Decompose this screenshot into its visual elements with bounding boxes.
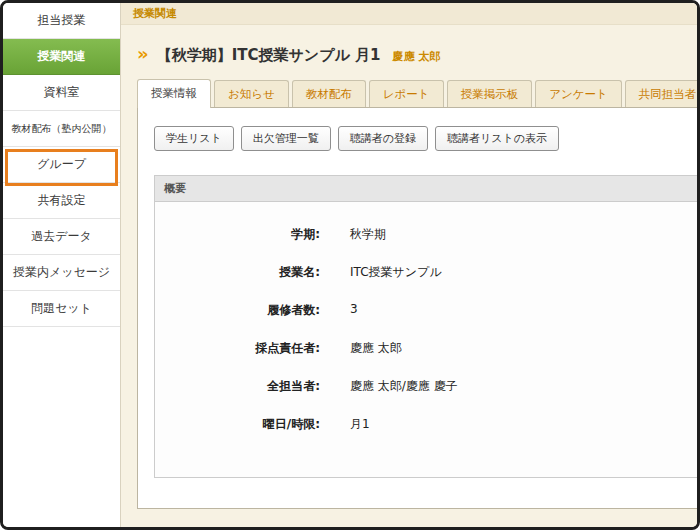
- field-label: 曜日/時限:: [155, 416, 320, 433]
- tab-report[interactable]: レポート: [369, 80, 444, 107]
- field-label: 履修者数:: [155, 302, 320, 319]
- sidebar-item-past-data[interactable]: 過去データ: [3, 219, 120, 255]
- sidebar-item-class-related[interactable]: 授業関連: [3, 39, 120, 75]
- field-value: 秋学期: [350, 226, 386, 243]
- overview-section: 概要 学期: 秋学期 授業名: ITC授業サンプル 履修者数: 3: [154, 175, 700, 478]
- field-row-grading-supervisor: 採点責任者: 慶應 太郎: [155, 340, 700, 357]
- overview-section-header: 概要: [155, 176, 700, 202]
- auditor-list-button[interactable]: 聴講者リストの表示: [435, 126, 559, 151]
- field-label: 採点責任者:: [155, 340, 320, 357]
- field-value: 慶應 太郎: [350, 340, 402, 357]
- field-row-all-instructors: 全担当者: 慶應 太郎/慶應 慶子: [155, 378, 700, 395]
- sidebar-item-question-set[interactable]: 問題セット: [3, 291, 120, 327]
- sidebar: 担当授業 授業関連 資料室 教材配布（塾内公開） グループ 共有設定 過去データ…: [3, 3, 121, 527]
- field-row-class-name: 授業名: ITC授業サンプル: [155, 264, 700, 281]
- breadcrumb: 授業関連: [121, 3, 700, 25]
- tab-material-distribution[interactable]: 教材配布: [292, 80, 366, 107]
- app-window: 担当授業 授業関連 資料室 教材配布（塾内公開） グループ 共有設定 過去データ…: [0, 0, 700, 530]
- field-row-day-period: 曜日/時限: 月1: [155, 416, 700, 433]
- field-value: ITC授業サンプル: [350, 264, 442, 281]
- sidebar-item-class-messages[interactable]: 授業内メッセージ: [3, 255, 120, 291]
- auditor-register-button[interactable]: 聴講者の登録: [338, 126, 428, 151]
- sidebar-item-materials-room[interactable]: 資料室: [3, 75, 120, 111]
- field-value: 慶應 太郎/慶應 慶子: [350, 378, 458, 395]
- tab-survey[interactable]: アンケート: [535, 80, 622, 107]
- overview-section-body: 学期: 秋学期 授業名: ITC授業サンプル 履修者数: 3 採点責任者: 慶應…: [155, 202, 700, 477]
- sidebar-item-assigned-classes[interactable]: 担当授業: [3, 3, 120, 39]
- sidebar-item-group[interactable]: グループ: [3, 147, 120, 183]
- attendance-list-button[interactable]: 出欠管理一覧: [241, 126, 331, 151]
- sidebar-item-material-distribution[interactable]: 教材配布（塾内公開）: [3, 111, 120, 147]
- field-row-semester: 学期: 秋学期: [155, 226, 700, 243]
- field-label: 授業名:: [155, 264, 320, 281]
- main-area: 授業関連 » 【秋学期】ITC授業サンプル 月1 慶應 太郎 授業情報 お知らせ…: [121, 3, 700, 527]
- tab-news[interactable]: お知らせ: [214, 80, 289, 107]
- page-title: 【秋学期】ITC授業サンプル 月1: [157, 46, 381, 65]
- content-panel: 学生リスト 出欠管理一覧 聴講者の登録 聴講者リストの表示 概要 学期: 秋学期…: [137, 107, 700, 509]
- tab-class-info[interactable]: 授業情報: [137, 79, 211, 108]
- sidebar-item-share-settings[interactable]: 共有設定: [3, 183, 120, 219]
- field-label: 全担当者:: [155, 378, 320, 395]
- field-row-enrolled-count: 履修者数: 3: [155, 302, 700, 319]
- field-value: 3: [350, 302, 358, 319]
- tab-co-instructors[interactable]: 共同担当者 / 授業補助者: [625, 80, 700, 107]
- tab-class-board[interactable]: 授業掲示板: [447, 80, 533, 107]
- title-row: » 【秋学期】ITC授業サンプル 月1 慶應 太郎: [121, 25, 700, 79]
- tab-bar: 授業情報 お知らせ 教材配布 レポート 授業掲示板 アンケート 共同担当者 / …: [121, 79, 700, 107]
- student-list-button[interactable]: 学生リスト: [154, 126, 234, 151]
- action-button-row: 学生リスト 出欠管理一覧 聴講者の登録 聴講者リストの表示: [154, 126, 700, 151]
- instructor-name: 慶應 太郎: [393, 49, 441, 64]
- chevron-right-icon: »: [137, 45, 149, 63]
- field-value: 月1: [350, 416, 370, 433]
- field-label: 学期:: [155, 226, 320, 243]
